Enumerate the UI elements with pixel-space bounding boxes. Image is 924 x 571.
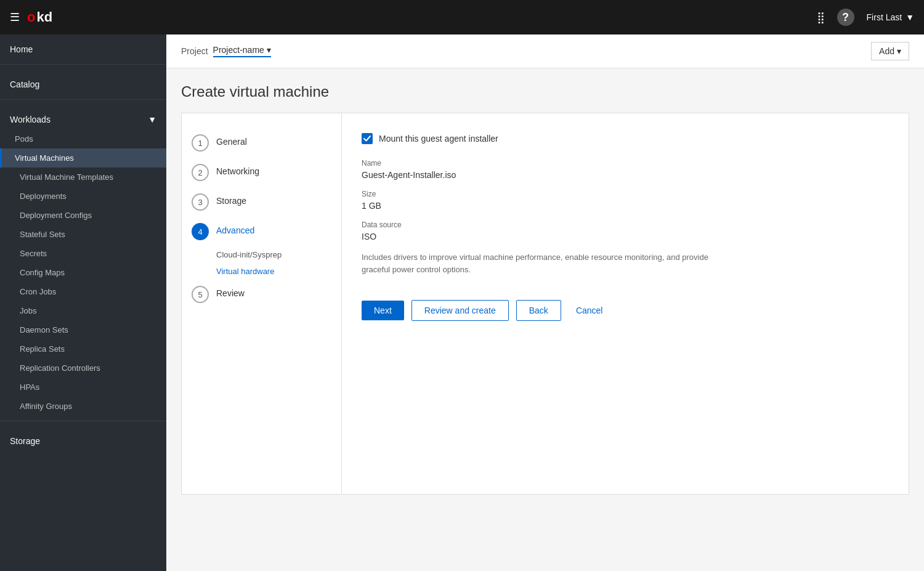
sidebar-divider-1 bbox=[0, 64, 166, 65]
grid-icon[interactable]: ⣿ bbox=[817, 10, 825, 24]
size-value: 1 GB bbox=[362, 201, 889, 211]
step-1[interactable]: 1 General bbox=[182, 128, 341, 158]
step-sub-cloud-init[interactable]: Cloud-init/Sysprep bbox=[182, 246, 341, 263]
name-value: Guest-Agent-Installer.iso bbox=[362, 170, 889, 180]
sidebar-item-deployment-configs[interactable]: Deployment Configs bbox=[0, 206, 166, 225]
page-title: Create virtual machine bbox=[181, 83, 909, 100]
project-bar-left: Project Project-name ▾ bbox=[181, 45, 271, 57]
project-dropdown-icon: ▾ bbox=[267, 45, 271, 55]
step-3-number: 3 bbox=[192, 193, 209, 211]
step-4-number: 4 bbox=[192, 223, 209, 240]
content-panel: Mount this guest agent installer Name Gu… bbox=[342, 113, 909, 494]
add-label: Add bbox=[879, 46, 894, 56]
sidebar-item-cron-jobs[interactable]: Cron Jobs bbox=[0, 282, 166, 301]
step-3-label: Storage bbox=[216, 193, 246, 206]
cancel-button[interactable]: Cancel bbox=[569, 301, 610, 320]
sidebar-item-daemon-sets[interactable]: Daemon Sets bbox=[0, 320, 166, 339]
sidebar-item-replication-controllers[interactable]: Replication Controllers bbox=[0, 358, 166, 378]
name-field: Name Guest-Agent-Installer.iso bbox=[362, 159, 889, 180]
sidebar-item-pods[interactable]: Pods bbox=[0, 129, 166, 148]
review-and-create-button[interactable]: Review and create bbox=[411, 300, 509, 321]
steps-panel: 1 General 2 Networking 3 Storage 4 Advan… bbox=[182, 113, 342, 494]
user-menu[interactable]: First Last ▼ bbox=[867, 12, 914, 22]
mount-checkbox[interactable] bbox=[362, 133, 373, 144]
step-2-label: Networking bbox=[216, 164, 259, 176]
sidebar-item-affinity-groups[interactable]: Affinity Groups bbox=[0, 397, 166, 416]
description-text: Includes drivers to improve virtual mach… bbox=[362, 251, 731, 275]
topnav: ☰ okd ⣿ ? First Last ▼ bbox=[0, 0, 924, 34]
button-row: Next Review and create Back Cancel bbox=[362, 300, 889, 321]
add-dropdown-icon: ▾ bbox=[897, 46, 901, 56]
step-2-number: 2 bbox=[192, 164, 209, 181]
back-button[interactable]: Back bbox=[516, 300, 561, 321]
sidebar-item-vm-templates[interactable]: Virtual Machine Templates bbox=[0, 168, 166, 187]
sidebar-item-replica-sets[interactable]: Replica Sets bbox=[0, 339, 166, 358]
checkmark-icon bbox=[363, 135, 371, 142]
datasource-label: Data source bbox=[362, 221, 889, 229]
layout: Home Catalog Workloads ▼ Pods Virtual Ma… bbox=[0, 34, 924, 571]
datasource-field: Data source ISO bbox=[362, 221, 889, 241]
step-1-label: General bbox=[216, 134, 247, 147]
sidebar-item-virtual-machines[interactable]: Virtual Machines bbox=[0, 148, 166, 168]
step-5-number: 5 bbox=[192, 286, 209, 303]
project-label: Project bbox=[181, 46, 208, 56]
add-button[interactable]: Add ▾ bbox=[871, 42, 909, 60]
help-icon[interactable]: ? bbox=[837, 9, 854, 26]
sidebar-divider-3 bbox=[0, 421, 166, 421]
project-bar: Project Project-name ▾ Add ▾ bbox=[166, 34, 924, 68]
size-field: Size 1 GB bbox=[362, 190, 889, 211]
sidebar-item-deployments[interactable]: Deployments bbox=[0, 187, 166, 206]
step-sub-virtual-hardware[interactable]: Virtual hardware bbox=[182, 263, 341, 280]
sidebar-item-secrets[interactable]: Secrets bbox=[0, 244, 166, 263]
project-select[interactable]: Project-name ▾ bbox=[213, 45, 271, 57]
checkbox-row: Mount this guest agent installer bbox=[362, 133, 889, 144]
logo-o: o bbox=[27, 9, 35, 25]
user-dropdown-icon: ▼ bbox=[906, 12, 914, 22]
sidebar-item-hpas[interactable]: HPAs bbox=[0, 378, 166, 397]
main-content: Project Project-name ▾ Add ▾ Create virt… bbox=[166, 34, 924, 571]
sidebar-catalog[interactable]: Catalog bbox=[0, 70, 166, 94]
hamburger-icon[interactable]: ☰ bbox=[10, 10, 20, 24]
name-label: Name bbox=[362, 159, 889, 168]
sidebar-item-stateful-sets[interactable]: Stateful Sets bbox=[0, 225, 166, 244]
checkbox-label: Mount this guest agent installer bbox=[379, 134, 498, 144]
sidebar-storage[interactable]: Storage bbox=[0, 426, 166, 451]
size-label: Size bbox=[362, 190, 889, 198]
sidebar-home[interactable]: Home bbox=[0, 34, 166, 59]
datasource-value: ISO bbox=[362, 232, 889, 241]
sidebar-item-jobs[interactable]: Jobs bbox=[0, 301, 166, 320]
wizard-card: 1 General 2 Networking 3 Storage 4 Advan… bbox=[181, 113, 909, 495]
step-4-label: Advanced bbox=[216, 223, 254, 235]
step-5[interactable]: 5 Review bbox=[182, 280, 341, 309]
step-1-number: 1 bbox=[192, 134, 209, 152]
app-logo: okd bbox=[27, 9, 52, 25]
step-2[interactable]: 2 Networking bbox=[182, 158, 341, 187]
step-3[interactable]: 3 Storage bbox=[182, 187, 341, 217]
next-button[interactable]: Next bbox=[362, 301, 404, 320]
sidebar-divider-2 bbox=[0, 99, 166, 100]
workloads-chevron-icon: ▼ bbox=[148, 115, 156, 124]
sidebar-workloads-header[interactable]: Workloads ▼ bbox=[0, 105, 166, 129]
page-content: Create virtual machine 1 General 2 Netwo… bbox=[166, 68, 924, 509]
topnav-right: ⣿ ? First Last ▼ bbox=[817, 9, 914, 26]
logo-kd: kd bbox=[36, 9, 52, 25]
project-name: Project-name bbox=[213, 45, 264, 55]
sidebar: Home Catalog Workloads ▼ Pods Virtual Ma… bbox=[0, 34, 166, 571]
step-5-label: Review bbox=[216, 286, 245, 298]
step-4[interactable]: 4 Advanced bbox=[182, 217, 341, 246]
user-name: First Last bbox=[867, 12, 902, 22]
sidebar-item-config-maps[interactable]: Config Maps bbox=[0, 263, 166, 282]
